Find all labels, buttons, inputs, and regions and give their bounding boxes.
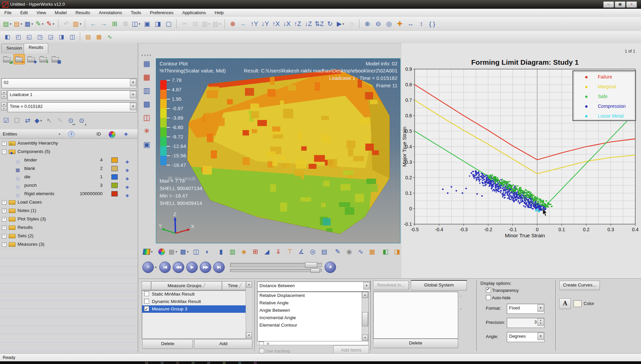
view-bottom-button[interactable]: ↓Y <box>260 19 270 29</box>
measure-group-row[interactable]: Dynamic MinMax Result <box>142 298 246 305</box>
window-new-button[interactable]: ◧ <box>2 32 12 42</box>
menu-file[interactable]: File <box>0 9 16 17</box>
scroll-down-icon[interactable]: ▼ <box>246 332 252 338</box>
menu-annotations[interactable]: Annotations <box>94 9 127 17</box>
entity-color-swatch[interactable] <box>111 174 118 180</box>
load-model-button[interactable]: ◢ <box>1 54 13 64</box>
edit-report-green-dropdown[interactable]: ▼ <box>41 23 44 26</box>
contour-legend-button[interactable]: ▮ <box>216 246 226 257</box>
system-scroll-down-icon[interactable]: ▼ <box>459 307 463 311</box>
tab-results[interactable]: Results <box>24 43 48 54</box>
measure-type-combo[interactable]: Distance Between ▼ <box>257 281 370 292</box>
zoom-area-button[interactable]: ⊕ <box>228 19 238 29</box>
menu-preferences[interactable]: Preferences <box>145 9 178 17</box>
model-viewport[interactable]: Contour Plot %Thinning(Scalar value, Mid… <box>156 58 400 243</box>
curve-color-swatch[interactable] <box>574 300 582 307</box>
transparency-checkbox[interactable]: Transparency <box>486 287 519 293</box>
previous-frame-button[interactable]: ◀◀ <box>173 262 184 273</box>
expand-toggle-icon[interactable]: − <box>2 150 6 154</box>
save-session-dropdown[interactable]: ▼ <box>20 23 23 26</box>
restore-button[interactable]: ▣ <box>615 1 625 8</box>
sort-icon[interactable]: ▲ <box>58 132 61 135</box>
tracking-systems-button[interactable]: ◎ <box>307 246 318 257</box>
minmax-titles-button[interactable]: ⊤ <box>284 246 295 257</box>
animation-slider[interactable] <box>230 262 321 272</box>
image-plane-button[interactable]: ◧ <box>380 246 391 257</box>
measure-group-row[interactable]: Measure Group 3 <box>142 305 246 313</box>
select-arrow-button[interactable]: ↖ <box>44 116 54 126</box>
matrix-browser-button[interactable]: ▩ <box>141 99 152 110</box>
entity-cube-dropdown[interactable]: ▼ <box>40 119 43 122</box>
edit-report-red-dropdown[interactable]: ▼ <box>52 23 55 26</box>
menu-help[interactable]: Help <box>210 9 228 17</box>
tree-item-assembly-hierarchy[interactable]: +●Assembly Hierarchy <box>0 139 137 147</box>
paste-dropdown[interactable]: ▼ <box>208 23 211 26</box>
entity-color-swatch[interactable] <box>111 157 118 163</box>
show-hide-eye-button[interactable]: ⊙+/- <box>66 116 76 126</box>
reverse-check-button[interactable]: ⇄ <box>23 116 33 126</box>
expand-toggle-icon[interactable]: + <box>2 141 6 146</box>
drag-handle[interactable] <box>142 55 152 56</box>
info-icon[interactable]: i <box>68 131 75 137</box>
report-stack-dropdown[interactable]: ▼ <box>79 23 82 26</box>
view-left-button[interactable]: ↑X <box>271 19 281 29</box>
global-system-button[interactable]: Global System <box>411 280 467 291</box>
capture-image-button[interactable]: ▤ <box>83 32 93 42</box>
tensor-plot-button[interactable]: ⊞ <box>250 246 261 257</box>
isolate-eye-button[interactable]: ⊙1 <box>77 116 87 126</box>
tools-systems-button[interactable]: ✳ <box>141 126 152 137</box>
measure-type-option[interactable]: Relative Displacement <box>257 292 368 299</box>
iso-surface-button[interactable]: ▩▼ <box>168 246 178 257</box>
menu-tools[interactable]: Tools <box>127 9 145 17</box>
fit-window-button[interactable]: ▢ <box>164 19 174 29</box>
save-session-button[interactable]: ▤▼ <box>13 19 23 29</box>
notes-table-button[interactable]: ▤ <box>319 246 330 257</box>
contour-browser-button[interactable]: ▦ <box>50 54 61 64</box>
expand-toggle-icon[interactable]: + <box>2 225 6 230</box>
contour-panel-dropdown[interactable]: ▼ <box>150 250 153 253</box>
measure-type-option[interactable]: Angle Between <box>257 307 368 314</box>
measure-type-option[interactable]: Elemental Contour <box>257 322 368 329</box>
window-tile-horizontal-button[interactable]: ◱ <box>24 32 34 42</box>
create-curves-button[interactable]: Create Curves... <box>559 281 600 290</box>
visual-options-button[interactable]: ▶▼ <box>336 19 346 29</box>
save-report-button[interactable]: ▦▼ <box>24 19 34 29</box>
system-items-list[interactable] <box>373 292 458 339</box>
video-overlay-button[interactable]: ◨ <box>392 246 402 257</box>
tree-item-load-cases[interactable]: +Load Cases <box>0 198 137 206</box>
view-right-button[interactable]: ↓X <box>282 19 292 29</box>
expand-toggle-icon[interactable]: + <box>2 217 6 221</box>
system-scroll-up-icon[interactable]: ▲ <box>459 294 463 297</box>
load-results-button[interactable]: ◆ <box>26 54 37 64</box>
tree-item-components-5[interactable]: −◆Components (5) <box>0 147 137 156</box>
next-page-button[interactable]: → <box>99 19 109 29</box>
use-tracking-checkbox[interactable]: Use tracking <box>259 348 290 354</box>
loadcase-select[interactable]: Loadcase 1 ▼ <box>7 90 137 100</box>
entity-color-swatch[interactable] <box>111 183 118 188</box>
precision-spinner[interactable]: ▲▼ <box>537 318 544 326</box>
measure-type-option[interactable]: Relative Angle <box>257 299 368 307</box>
measure-checkbox[interactable] <box>144 291 149 296</box>
time-select[interactable]: Time = 0.015182 ▼ <box>7 102 137 112</box>
view-back-button[interactable]: ↓Z <box>303 19 313 29</box>
define-curves-button[interactable]: ▥ <box>141 86 152 96</box>
edit-report-green-button[interactable]: ✎▼ <box>35 19 45 29</box>
annotation-pin-button[interactable]: ◉ <box>344 246 355 257</box>
view-iso-button[interactable]: ⇅Z <box>314 19 324 29</box>
swap-windows-button[interactable]: ▣ <box>142 19 152 29</box>
time-spinner[interactable]: ▲▼ <box>1 102 6 110</box>
angle-combo[interactable]: Degrees▼ <box>507 332 545 342</box>
animation-mode-dropdown[interactable]: ▼ <box>155 266 157 269</box>
report-stack-button[interactable]: ▥▼ <box>72 19 82 29</box>
precision-spinbox[interactable]: 3 ▲▼ <box>507 318 545 328</box>
open-session-dropdown[interactable]: ▼ <box>9 23 12 26</box>
measure-type-list[interactable]: Relative DisplacementRelative AngleAngle… <box>257 292 368 341</box>
save-report-dropdown[interactable]: ▼ <box>31 23 34 26</box>
menu-applications[interactable]: Applications <box>178 9 210 17</box>
apply-style-button[interactable]: ⇓ <box>273 246 284 257</box>
menu-edit[interactable]: Edit <box>16 9 32 17</box>
fit-horizontal-button[interactable]: ↔ <box>406 19 416 29</box>
contour-panel-button[interactable]: ▼ <box>143 246 154 257</box>
capture-session-button[interactable]: ▦ <box>94 32 104 42</box>
window-cascade-button[interactable]: ◰ <box>13 32 23 42</box>
